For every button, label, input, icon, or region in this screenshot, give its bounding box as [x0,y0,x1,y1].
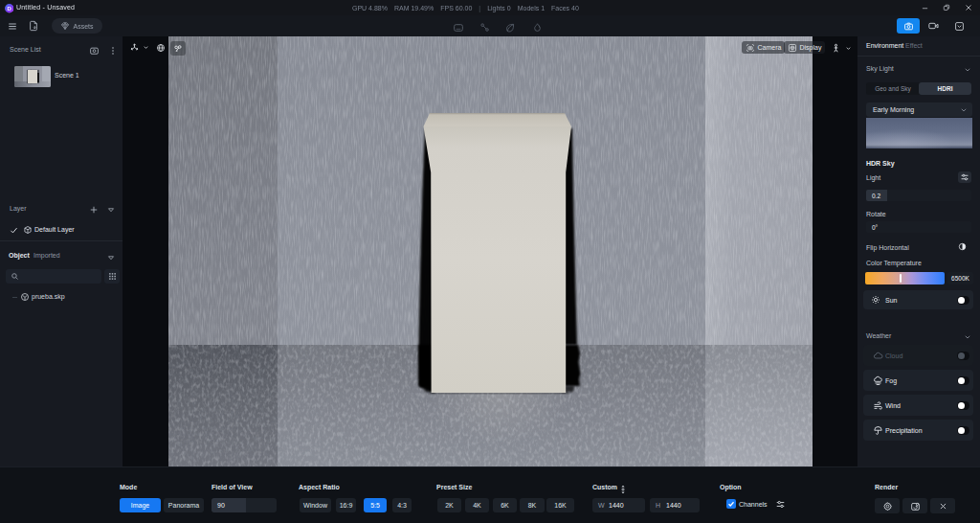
aspect-16-9-button[interactable]: 16:9 [336,498,356,512]
fog-toggle[interactable] [957,376,969,385]
light-intensity-value: 0.2 [872,193,880,199]
weather-section-title: Weather [866,332,891,339]
object-filter-label[interactable]: Imported [33,252,60,259]
layer-section-title: Layer [10,205,27,212]
channels-label[interactable]: Channels [739,501,768,508]
wind-toggle[interactable] [957,401,969,410]
aspect-lock-button[interactable] [618,485,628,494]
render-queue-button[interactable] [954,20,965,32]
link-nodes-icon [173,44,183,54]
scene-list-menu-button[interactable] [108,46,118,56]
render-label: Render [875,484,898,490]
scene-item-label[interactable]: Scene 1 [55,72,79,79]
assets-button[interactable]: Assets [52,18,102,34]
flip-horizontal-button[interactable] [958,242,967,251]
preset-16k-button[interactable]: 16K [546,498,574,512]
object-collapse-button[interactable] [107,254,115,262]
sun-toggle[interactable] [957,296,969,305]
navigation-mode-dropdown[interactable] [831,43,852,54]
gear-icon [882,501,893,512]
weather-collapse-button[interactable] [964,333,971,341]
toggle-knob [958,427,965,434]
object-item-label[interactable]: prueba.skp [32,293,65,300]
mode-panorama-button[interactable]: Panorama [164,498,204,512]
color-temperature-label: Color Temperature [866,260,922,266]
globe-button[interactable] [156,43,166,53]
object-search-input[interactable] [6,269,101,284]
stats-separator: | [479,5,480,11]
vegetation-tool-button[interactable] [504,22,516,34]
particle-tool-button[interactable] [532,22,544,34]
display-button-label: Display [800,44,822,51]
hdri-preview-image[interactable] [866,118,972,148]
tab-environment[interactable]: Environment [866,42,903,49]
custom-label: Custom [592,484,617,490]
scene-thumbnail[interactable] [14,66,51,87]
light-tool-button[interactable] [479,22,491,34]
option-advanced-button[interactable] [775,499,786,510]
viewport-3d[interactable]: Camera Display [122,36,858,466]
preset-8k-button[interactable]: 8K [520,498,545,512]
object-grid-view-button[interactable] [104,269,120,284]
close-icon[interactable] [965,4,972,11]
preset-2k-button[interactable]: 2K [437,498,461,512]
camera-settings-button[interactable]: Camera [742,41,785,54]
custom-height-input[interactable]: H 1440 [650,498,700,512]
rotate-input[interactable]: 0° [866,221,971,233]
aspect-5-5-button[interactable]: 5:5 [364,498,387,512]
color-temperature-handle[interactable] [900,274,902,283]
light-intensity-input[interactable]: 0.2 [866,190,971,201]
tab-effect[interactable]: Effect [905,42,923,49]
add-layer-button[interactable] [89,205,99,215]
render-settings-button[interactable] [875,498,900,513]
cloud-toggle[interactable] [957,352,969,360]
import-model-button[interactable] [28,20,39,32]
smart-link-button[interactable] [170,41,186,56]
app-logo-icon: D [5,4,14,13]
chevron-down-icon [964,333,971,341]
video-mode-button[interactable] [926,20,940,32]
render-image-mode-button[interactable] [897,18,920,34]
fov-input[interactable]: 90 [212,498,277,512]
render-settings-bar: Mode Image Panorama Field of View 90 Asp… [0,466,980,523]
preset-4k-button[interactable]: 4K [465,498,489,512]
color-temperature-slider[interactable] [865,272,945,284]
layer-collapse-button[interactable] [107,206,115,214]
mode-image-button[interactable]: Image [120,498,161,512]
aspect-4-3-button[interactable]: 4:3 [392,498,412,512]
add-scene-button[interactable] [89,46,100,56]
hdri-preset-dropdown[interactable]: Early Morning [866,102,972,117]
hdri-segment[interactable]: HDRI [919,82,971,95]
custom-width-input[interactable]: W 1440 [592,498,645,512]
minimize-icon[interactable] [922,5,928,11]
link-updown-icon [618,485,628,494]
channels-checkbox[interactable] [726,499,736,509]
render-area[interactable] [168,36,813,466]
display-settings-button[interactable]: Display [784,41,825,54]
precipitation-toggle[interactable] [957,426,969,435]
render-close-button[interactable] [930,498,955,513]
weather-row-precipitation: Precipitation [863,420,973,441]
sky-light-collapse-button[interactable] [964,66,971,74]
layer-visible-check-icon[interactable] [10,226,18,235]
sliders-icon [960,172,969,182]
sky-light-section-title: Sky Light [866,65,894,72]
light-advanced-button[interactable] [958,171,971,183]
rotate-label: Rotate [866,211,886,217]
render-button[interactable] [902,498,927,513]
restore-icon[interactable] [943,4,950,11]
chevron-down-icon [964,66,971,74]
panel-divider [858,56,980,57]
material-tool-button[interactable] [453,22,464,34]
menu-button[interactable] [7,20,17,32]
preset-6k-button[interactable]: 6K [493,498,517,512]
fog-icon [873,375,883,386]
geo-and-sky-segment[interactable]: Geo and Sky [866,82,920,95]
color-temperature-value[interactable]: 6500K [947,272,973,284]
imported-model-icon [20,292,30,302]
aspect-ratio-label: Aspect Ratio [299,484,340,490]
gizmo-mode-dropdown[interactable] [129,42,149,53]
aspect-window-button[interactable]: Window [300,498,331,512]
display-cube-icon [788,43,797,53]
layer-item-label[interactable]: Default Layer [34,226,75,233]
